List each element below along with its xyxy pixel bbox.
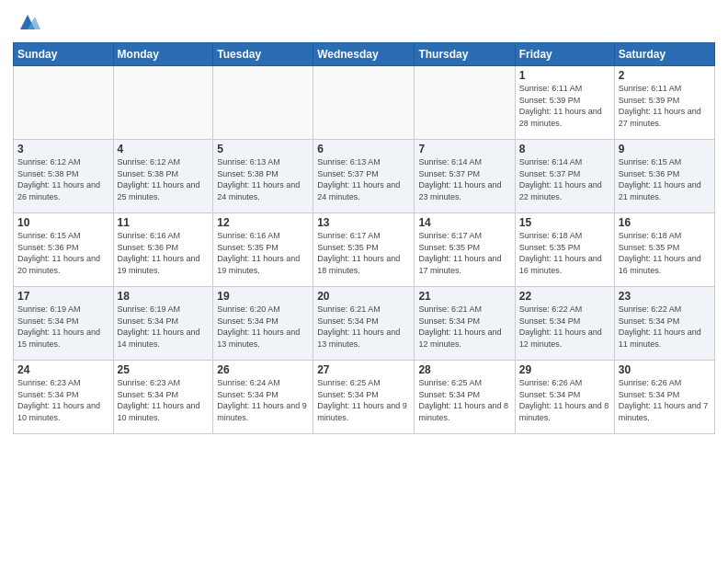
day-number: 21 — [418, 290, 510, 303]
day-info: Sunrise: 6:15 AM Sunset: 5:36 PM Dayligh… — [17, 230, 109, 276]
day-info: Sunrise: 6:17 AM Sunset: 5:35 PM Dayligh… — [418, 230, 510, 276]
calendar-header-friday: Friday — [515, 43, 614, 66]
calendar-day-cell — [113, 66, 213, 140]
day-info: Sunrise: 6:16 AM Sunset: 5:35 PM Dayligh… — [217, 230, 309, 276]
calendar-header-wednesday: Wednesday — [313, 43, 415, 66]
day-info: Sunrise: 6:23 AM Sunset: 5:34 PM Dayligh… — [17, 377, 109, 423]
day-info: Sunrise: 6:18 AM Sunset: 5:35 PM Dayligh… — [619, 230, 711, 276]
day-number: 30 — [619, 363, 711, 376]
day-info: Sunrise: 6:13 AM Sunset: 5:38 PM Dayligh… — [217, 156, 309, 202]
calendar-day-cell: 2Sunrise: 6:11 AM Sunset: 5:39 PM Daylig… — [614, 66, 714, 140]
calendar-day-cell: 21Sunrise: 6:21 AM Sunset: 5:34 PM Dayli… — [415, 287, 515, 361]
day-number: 2 — [619, 69, 711, 82]
day-info: Sunrise: 6:11 AM Sunset: 5:39 PM Dayligh… — [519, 83, 610, 129]
day-number: 8 — [519, 143, 610, 155]
day-info: Sunrise: 6:22 AM Sunset: 5:34 PM Dayligh… — [619, 304, 711, 350]
calendar-day-cell — [14, 66, 114, 140]
day-info: Sunrise: 6:14 AM Sunset: 5:37 PM Dayligh… — [519, 156, 610, 202]
day-number: 5 — [217, 143, 309, 155]
day-info: Sunrise: 6:11 AM Sunset: 5:39 PM Dayligh… — [619, 83, 711, 129]
calendar-week-row: 24Sunrise: 6:23 AM Sunset: 5:34 PM Dayli… — [14, 361, 715, 434]
day-number: 16 — [619, 216, 711, 229]
calendar-header-saturday: Saturday — [614, 43, 714, 66]
calendar-day-cell: 13Sunrise: 6:17 AM Sunset: 5:35 PM Dayli… — [313, 213, 415, 287]
day-info: Sunrise: 6:19 AM Sunset: 5:34 PM Dayligh… — [118, 304, 210, 350]
calendar-day-cell — [313, 66, 415, 140]
calendar-day-cell: 9Sunrise: 6:15 AM Sunset: 5:36 PM Daylig… — [614, 140, 714, 213]
calendar-day-cell: 23Sunrise: 6:22 AM Sunset: 5:34 PM Dayli… — [614, 287, 714, 361]
day-number: 17 — [17, 290, 109, 303]
day-info: Sunrise: 6:21 AM Sunset: 5:34 PM Dayligh… — [317, 304, 410, 350]
day-info: Sunrise: 6:13 AM Sunset: 5:37 PM Dayligh… — [317, 156, 410, 202]
calendar-day-cell: 17Sunrise: 6:19 AM Sunset: 5:34 PM Dayli… — [14, 287, 114, 361]
day-number: 14 — [418, 216, 510, 229]
calendar-day-cell: 24Sunrise: 6:23 AM Sunset: 5:34 PM Dayli… — [14, 361, 114, 434]
logo — [13, 9, 40, 35]
calendar-day-cell: 25Sunrise: 6:23 AM Sunset: 5:34 PM Dayli… — [113, 361, 213, 434]
calendar-day-cell: 12Sunrise: 6:16 AM Sunset: 5:35 PM Dayli… — [213, 213, 313, 287]
calendar-day-cell: 3Sunrise: 6:12 AM Sunset: 5:38 PM Daylig… — [14, 140, 114, 213]
day-number: 25 — [118, 363, 210, 376]
day-info: Sunrise: 6:19 AM Sunset: 5:34 PM Dayligh… — [17, 304, 109, 350]
calendar-day-cell: 20Sunrise: 6:21 AM Sunset: 5:34 PM Dayli… — [313, 287, 415, 361]
day-number: 7 — [418, 143, 510, 155]
day-number: 19 — [217, 290, 309, 303]
calendar-day-cell: 26Sunrise: 6:24 AM Sunset: 5:34 PM Dayli… — [213, 361, 313, 434]
logo-icon — [15, 9, 40, 35]
page-container: SundayMondayTuesdayWednesdayThursdayFrid… — [0, 0, 728, 442]
day-info: Sunrise: 6:24 AM Sunset: 5:34 PM Dayligh… — [217, 377, 309, 423]
day-number: 24 — [17, 363, 109, 376]
day-number: 13 — [317, 216, 410, 229]
calendar-day-cell: 15Sunrise: 6:18 AM Sunset: 5:35 PM Dayli… — [515, 213, 614, 287]
calendar-week-row: 1Sunrise: 6:11 AM Sunset: 5:39 PM Daylig… — [14, 66, 715, 140]
day-number: 29 — [519, 363, 610, 376]
day-number: 22 — [519, 290, 610, 303]
day-number: 15 — [519, 216, 610, 229]
calendar-day-cell: 19Sunrise: 6:20 AM Sunset: 5:34 PM Dayli… — [213, 287, 313, 361]
day-info: Sunrise: 6:12 AM Sunset: 5:38 PM Dayligh… — [17, 156, 109, 202]
day-info: Sunrise: 6:26 AM Sunset: 5:34 PM Dayligh… — [619, 377, 711, 423]
calendar-day-cell — [213, 66, 313, 140]
day-number: 27 — [317, 363, 410, 376]
day-number: 6 — [317, 143, 410, 155]
calendar-day-cell: 5Sunrise: 6:13 AM Sunset: 5:38 PM Daylig… — [213, 140, 313, 213]
day-info: Sunrise: 6:12 AM Sunset: 5:38 PM Dayligh… — [118, 156, 210, 202]
calendar-day-cell: 29Sunrise: 6:26 AM Sunset: 5:34 PM Dayli… — [515, 361, 614, 434]
calendar-day-cell: 16Sunrise: 6:18 AM Sunset: 5:35 PM Dayli… — [614, 213, 714, 287]
calendar-header-monday: Monday — [113, 43, 213, 66]
calendar-header-row: SundayMondayTuesdayWednesdayThursdayFrid… — [14, 43, 715, 66]
calendar-day-cell: 18Sunrise: 6:19 AM Sunset: 5:34 PM Dayli… — [113, 287, 213, 361]
day-info: Sunrise: 6:17 AM Sunset: 5:35 PM Dayligh… — [317, 230, 410, 276]
calendar-day-cell — [415, 66, 515, 140]
day-info: Sunrise: 6:21 AM Sunset: 5:34 PM Dayligh… — [418, 304, 510, 350]
day-number: 23 — [619, 290, 711, 303]
day-number: 9 — [619, 143, 711, 155]
day-number: 28 — [418, 363, 510, 376]
calendar-day-cell: 6Sunrise: 6:13 AM Sunset: 5:37 PM Daylig… — [313, 140, 415, 213]
day-info: Sunrise: 6:14 AM Sunset: 5:37 PM Dayligh… — [418, 156, 510, 202]
day-number: 1 — [519, 69, 610, 82]
calendar-header-sunday: Sunday — [14, 43, 114, 66]
day-info: Sunrise: 6:25 AM Sunset: 5:34 PM Dayligh… — [418, 377, 510, 423]
calendar-day-cell: 27Sunrise: 6:25 AM Sunset: 5:34 PM Dayli… — [313, 361, 415, 434]
calendar-day-cell: 28Sunrise: 6:25 AM Sunset: 5:34 PM Dayli… — [415, 361, 515, 434]
day-number: 26 — [217, 363, 309, 376]
calendar-week-row: 10Sunrise: 6:15 AM Sunset: 5:36 PM Dayli… — [14, 213, 715, 287]
day-info: Sunrise: 6:22 AM Sunset: 5:34 PM Dayligh… — [519, 304, 610, 350]
day-info: Sunrise: 6:15 AM Sunset: 5:36 PM Dayligh… — [619, 156, 711, 202]
calendar-day-cell: 10Sunrise: 6:15 AM Sunset: 5:36 PM Dayli… — [14, 213, 114, 287]
day-info: Sunrise: 6:16 AM Sunset: 5:36 PM Dayligh… — [118, 230, 210, 276]
calendar-header-tuesday: Tuesday — [213, 43, 313, 66]
day-number: 3 — [17, 143, 109, 155]
day-info: Sunrise: 6:25 AM Sunset: 5:34 PM Dayligh… — [317, 377, 410, 423]
calendar-header-thursday: Thursday — [415, 43, 515, 66]
day-info: Sunrise: 6:20 AM Sunset: 5:34 PM Dayligh… — [217, 304, 309, 350]
day-info: Sunrise: 6:18 AM Sunset: 5:35 PM Dayligh… — [519, 230, 610, 276]
page-header — [13, 9, 715, 35]
day-number: 12 — [217, 216, 309, 229]
calendar-day-cell: 1Sunrise: 6:11 AM Sunset: 5:39 PM Daylig… — [515, 66, 614, 140]
day-number: 11 — [118, 216, 210, 229]
day-info: Sunrise: 6:23 AM Sunset: 5:34 PM Dayligh… — [118, 377, 210, 423]
day-number: 10 — [17, 216, 109, 229]
calendar-table: SundayMondayTuesdayWednesdayThursdayFrid… — [13, 42, 715, 434]
